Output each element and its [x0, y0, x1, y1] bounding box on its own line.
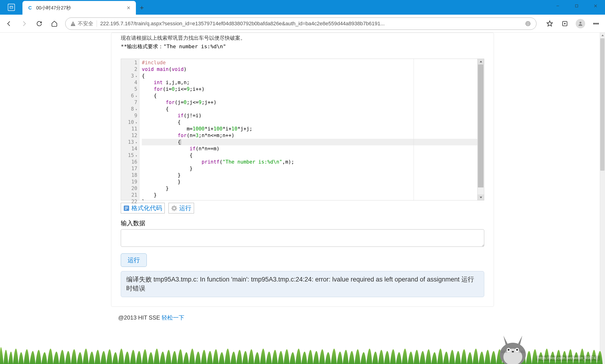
editor-gutter: 123▾456▾78▾910▾111213▾1415▾1617181920212… — [121, 59, 140, 200]
favorites-button[interactable] — [545, 19, 554, 28]
tab-actions-button[interactable] — [0, 0, 23, 15]
run-button-top[interactable]: 运行 — [168, 203, 194, 213]
svg-point-19 — [594, 23, 595, 24]
svg-marker-24 — [480, 197, 482, 198]
run-button-bottom[interactable]: 运行 — [121, 253, 147, 267]
profile-button[interactable] — [576, 19, 585, 28]
svg-rect-11 — [73, 25, 73, 25]
tab-title: 00小时47分27秒 — [36, 5, 123, 11]
input-data-label: 输入数据 — [121, 219, 484, 227]
address-bar[interactable]: 不安全 222.195.7.167/train/q.aspx?session_i… — [65, 17, 537, 30]
url-text: 222.195.7.167/train/q.aspx?session_id=e1… — [100, 21, 521, 27]
home-button[interactable] — [50, 19, 59, 28]
code-line[interactable]: for(i=0;i<=9;i++) — [142, 86, 484, 92]
code-line[interactable]: } — [142, 192, 484, 198]
code-line[interactable]: { — [142, 73, 484, 79]
window-titlebar: C 00小时47分27秒 — [0, 0, 605, 15]
code-line[interactable]: m=1000*i+100*i+10*j+j; — [142, 126, 484, 132]
forward-button[interactable] — [20, 19, 28, 28]
scroll-up-icon[interactable] — [600, 33, 605, 38]
tracking-prevention-icon[interactable] — [524, 20, 531, 27]
collections-button[interactable] — [561, 19, 569, 28]
page-viewport: 现在请根据以上线索帮巩晋力找出车号以便尽快破案。 **输出格式要求："The n… — [0, 33, 605, 364]
svg-rect-10 — [73, 23, 73, 24]
editor-scroll-up-icon[interactable] — [478, 59, 484, 65]
code-line[interactable]: for(n=3;n*n<=m;n++) — [142, 132, 484, 139]
editor-scrollbar-thumb[interactable] — [478, 65, 484, 187]
svg-rect-0 — [10, 6, 13, 9]
tab-favicon: C — [27, 5, 33, 11]
close-window-button[interactable] — [586, 0, 605, 12]
input-data-textarea[interactable] — [121, 229, 484, 247]
code-line[interactable]: #include — [142, 59, 484, 66]
problem-description: 现在请根据以上线索帮巩晋力找出车号以便尽快破案。 — [121, 33, 484, 42]
tab-close-button[interactable] — [126, 5, 131, 10]
new-tab-button[interactable] — [136, 1, 148, 15]
svg-rect-7 — [576, 5, 578, 7]
code-line[interactable]: if(j!=i) — [142, 112, 484, 119]
svg-marker-14 — [547, 21, 552, 26]
code-editor[interactable]: 123▾456▾78▾910▾111213▾1415▾1617181920212… — [121, 59, 484, 200]
back-button[interactable] — [5, 19, 13, 28]
output-format: **输出格式要求："The number is:%d\n" — [121, 43, 484, 50]
code-line[interactable]: if(n*n==m) — [142, 145, 484, 152]
code-line[interactable]: printf("The number is:%d\n",m); — [142, 159, 484, 165]
svg-marker-23 — [480, 61, 482, 62]
format-code-label: 格式化代码 — [131, 204, 162, 212]
code-line[interactable]: } — [142, 198, 484, 200]
reload-button[interactable] — [35, 19, 43, 28]
svg-point-21 — [597, 23, 599, 24]
print-margin — [413, 59, 414, 200]
code-line[interactable]: { — [142, 106, 484, 112]
run-label-top: 运行 — [179, 204, 192, 212]
code-line[interactable]: { — [142, 139, 484, 145]
svg-point-13 — [527, 23, 529, 25]
code-line[interactable]: { — [142, 152, 484, 159]
svg-point-12 — [526, 22, 530, 26]
menu-button[interactable] — [592, 19, 600, 28]
scrollbar-thumb[interactable] — [600, 38, 605, 171]
maximize-button[interactable] — [567, 0, 586, 12]
compile-error-output: 编译失败 tmp95A3.tmp.c: In function 'main': … — [121, 271, 484, 297]
editor-code-area[interactable]: #includevoid main(void){ int i,j,m,n; fo… — [140, 59, 484, 200]
code-line[interactable]: int i,j,m,n; — [142, 79, 484, 86]
svg-marker-22 — [602, 35, 604, 36]
code-line[interactable]: } — [142, 179, 484, 185]
code-line[interactable]: } — [142, 172, 484, 179]
security-label: 不安全 — [78, 20, 93, 27]
editor-scroll-down-icon[interactable] — [478, 195, 484, 200]
code-line[interactable]: } — [142, 185, 484, 192]
security-indicator[interactable]: 不安全 — [70, 20, 93, 27]
editor-toolbar: 格式化代码 运行 — [121, 203, 484, 213]
svg-point-30 — [173, 207, 175, 209]
browser-navbar: 不安全 222.195.7.167/train/q.aspx?session_i… — [0, 15, 605, 33]
gear-icon — [170, 204, 178, 212]
main-card: 现在请根据以上线索帮巩晋力找出车号以便尽快破案。 **输出格式要求："The n… — [111, 33, 494, 307]
separator — [97, 20, 97, 27]
code-line[interactable]: { — [142, 92, 484, 99]
page-scrollbar[interactable] — [600, 33, 605, 364]
code-line[interactable]: { — [142, 119, 484, 126]
svg-point-20 — [595, 23, 597, 24]
copyright-text: @2013 HIT SSE — [118, 314, 162, 321]
code-line[interactable]: } — [142, 165, 484, 172]
minimize-button[interactable] — [548, 0, 567, 12]
page-footer: @2013 HIT SSE 轻松一下 — [118, 314, 494, 322]
window-controls — [548, 0, 605, 12]
svg-point-18 — [579, 22, 581, 24]
editor-scrollbar[interactable] — [477, 59, 484, 200]
code-line[interactable]: for(j=0;j<=9;j++) — [142, 99, 484, 106]
code-line[interactable]: void main(void) — [142, 66, 484, 73]
format-icon — [122, 204, 130, 212]
footer-link[interactable]: 轻松一下 — [162, 314, 184, 321]
browser-tab[interactable]: C 00小时47分27秒 — [23, 1, 136, 15]
